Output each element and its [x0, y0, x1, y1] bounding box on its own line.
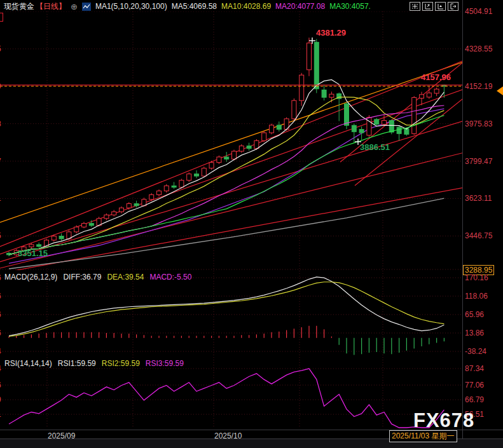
ma20-value: MA20:4077.08	[275, 2, 325, 11]
ma-line	[9, 105, 444, 255]
price-axis-label: 4328.55	[465, 44, 492, 53]
left-axis-digit: 3	[0, 119, 3, 128]
candle	[224, 157, 229, 159]
rsi-line	[9, 369, 444, 428]
instrument-title: 现货黄金	[4, 1, 34, 12]
left-axis-digit: 7	[0, 157, 3, 166]
price-axis-label: 3975.83	[465, 119, 492, 128]
price-annotation: 3886.51	[360, 142, 390, 152]
candle	[375, 119, 379, 125]
rsi3-value: RSI3:59.59	[146, 359, 184, 368]
rsi-axis-label: 77.06	[465, 381, 484, 390]
candle	[104, 215, 109, 219]
candle	[389, 121, 394, 132]
ma5-value: MA5:4069.58	[172, 2, 217, 11]
candle	[149, 194, 154, 199]
candle	[202, 168, 206, 176]
left-axis-digit: 6	[0, 381, 3, 390]
macd-name[interactable]: MACD(26,12,9)	[4, 273, 57, 282]
zoom-x-axis-icon[interactable]	[435, 2, 446, 11]
candle	[82, 224, 86, 227]
candle	[277, 125, 281, 130]
macd-dea-line	[9, 282, 444, 337]
candle	[134, 203, 139, 205]
rsi-name[interactable]: RSI(14,14,14)	[4, 359, 52, 368]
candle	[239, 146, 244, 151]
left-axis-clipped-box	[0, 13, 3, 22]
left-axis-digit: 9	[0, 82, 3, 91]
rsi-header: RSI(14,14,14) RSI1:59.59 RSI2:59.59 RSI3…	[4, 359, 184, 368]
gold-daily-chart-window: 现货黄金 【日线】 ⊕ MA1(5,10,20,30,100) MA5:4069…	[0, 0, 503, 448]
macd-diff-value: DIFF:36.79	[63, 273, 101, 282]
left-axis-digit: 9	[0, 395, 3, 404]
candle	[29, 245, 34, 247]
price-chart-canvas[interactable]	[0, 0, 503, 448]
candle	[322, 90, 326, 98]
candle	[254, 140, 259, 148]
candle	[397, 127, 401, 133]
macd-dea-value: DEA:39.54	[107, 273, 144, 282]
left-axis-digit: 6	[0, 310, 3, 319]
macd-axis-label: 170.16	[465, 273, 488, 282]
candle	[232, 151, 237, 159]
candle	[209, 163, 214, 168]
candle	[329, 94, 334, 97]
candle	[172, 186, 176, 187]
candle	[292, 100, 296, 119]
price-annotation: 4381.29	[316, 28, 346, 37]
left-axis-digit: 5	[0, 44, 3, 53]
axis-divider[interactable]	[462, 0, 463, 439]
left-axis-digit: 5	[0, 231, 3, 240]
add-indicator-icon[interactable]: ⊕	[71, 2, 78, 11]
candle	[37, 245, 41, 247]
candle	[187, 174, 191, 180]
left-axis-digit: 1	[0, 410, 3, 419]
candle	[427, 93, 431, 97]
candle	[164, 186, 169, 191]
macd-panel[interactable]	[0, 277, 462, 355]
price-axis-label: 3799.47	[465, 157, 492, 166]
candle	[270, 125, 274, 133]
candle	[157, 191, 162, 194]
candle	[112, 212, 116, 215]
price-axis-label: 3623.11	[465, 194, 492, 203]
price-axis-label: 4504.91	[465, 7, 492, 16]
current-price-arrow	[497, 86, 503, 95]
candle	[300, 75, 304, 100]
macd-axis-label: 65.96	[465, 310, 484, 319]
rsi-axis-label: 87.34	[465, 364, 484, 373]
candle	[127, 203, 131, 208]
rsi1-value: RSI1:59.59	[58, 359, 96, 368]
candle	[382, 121, 387, 125]
crosshair-pan-icon[interactable]	[410, 2, 420, 11]
macd-diff-line	[9, 277, 444, 336]
timeframe-label[interactable]: 【日线】	[36, 1, 66, 12]
price-axis-label: 4152.19	[465, 82, 492, 91]
pop-out-icon[interactable]	[448, 2, 458, 11]
zoom-y-axis-icon[interactable]	[422, 2, 433, 11]
x-axis-tick: 2025/09	[48, 431, 75, 440]
price-axis-label: 3446.75	[465, 231, 492, 240]
candle	[59, 236, 64, 239]
macd-axis-label: -38.24	[465, 347, 486, 356]
candle	[434, 89, 439, 93]
chart-type-icon[interactable]	[82, 3, 91, 11]
left-axis-digit: 6	[0, 292, 3, 301]
macd-axis-label: 13.86	[465, 329, 484, 337]
candle	[345, 104, 349, 125]
x-axis-tick: 2025/10	[214, 431, 242, 440]
ma-settings-label[interactable]: MA1(5,10,20,30,100)	[95, 2, 167, 11]
candle	[262, 133, 266, 140]
left-axis-digit: 4	[0, 364, 3, 373]
ma-line	[9, 116, 444, 255]
candle	[179, 180, 184, 187]
candle	[195, 174, 199, 176]
macd-header: MACD(26,12,9) DIFF:36.79 DEA:39.54 MACD:…	[4, 273, 191, 282]
left-axis-digit: 4	[0, 347, 3, 356]
macd-value: MACD:-5.50	[149, 273, 191, 282]
candle	[307, 43, 312, 70]
left-axis-digit: 1	[0, 194, 3, 203]
rsi-panel[interactable]	[0, 369, 462, 428]
candle	[352, 125, 356, 132]
price-panel[interactable]	[0, 11, 465, 273]
